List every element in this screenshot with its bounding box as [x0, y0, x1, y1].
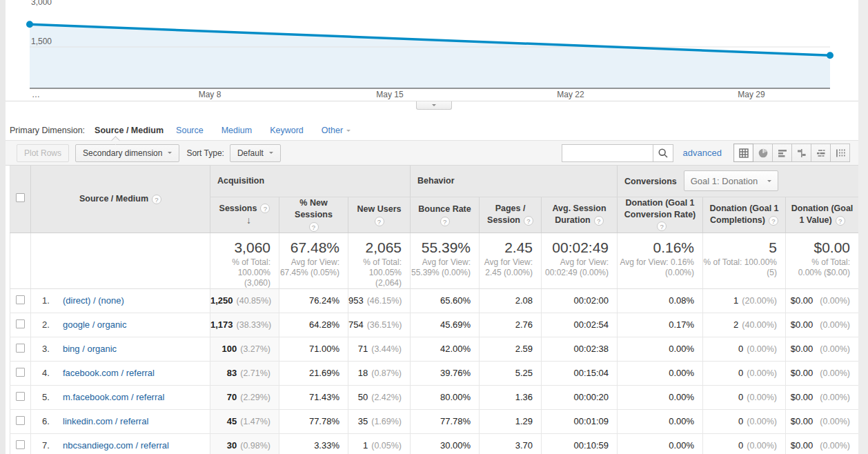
dimension-link-source[interactable]: Source: [176, 126, 204, 135]
conversion-rate-column-header[interactable]: Donation (Goal 1 Conversion Rate): [618, 197, 703, 233]
avg-session-duration-cell: 00:15:04: [542, 361, 618, 385]
comparison-view-button[interactable]: [791, 144, 811, 162]
source-medium-cell: 1.(direct) / (none): [31, 288, 210, 313]
completions-cell: 0(0.00%): [703, 409, 786, 433]
completions-cell: 0(0.00%): [703, 433, 786, 454]
row-rank: 3.: [42, 344, 63, 354]
pages-session-cell: 3.70: [480, 433, 542, 454]
sort-descending-icon: [246, 215, 251, 226]
chevron-down-icon: [168, 152, 172, 154]
row-checkbox[interactable]: [16, 416, 25, 425]
row-checkbox[interactable]: [16, 440, 25, 449]
view-toggle-group: [734, 144, 850, 162]
completions-column-header[interactable]: Donation (Goal 1 Completions): [703, 197, 786, 233]
help-icon[interactable]: [836, 216, 845, 226]
avg-session-duration-cell: 00:00:20: [542, 385, 618, 409]
row-checkbox-cell: [10, 313, 31, 337]
source-medium-table: Source / Medium Acquisition Behavior Con…: [10, 166, 859, 454]
chevron-down-icon: [432, 104, 436, 106]
totals-avg-session-duration: 00:02:49Avg for View: 00:02:49 (0.00%): [542, 233, 618, 288]
source-medium-cell: 7.nbcsandiego.com / referral: [31, 433, 210, 454]
row-checkbox[interactable]: [16, 392, 25, 401]
row-checkbox[interactable]: [16, 344, 25, 353]
help-icon[interactable]: [152, 195, 161, 204]
source-medium-cell: 2.google / organic: [31, 313, 210, 337]
source-medium-header[interactable]: Source / Medium: [31, 166, 210, 233]
help-icon[interactable]: [260, 204, 270, 213]
table-view-button[interactable]: [733, 144, 753, 162]
help-icon[interactable]: [594, 216, 604, 226]
bounce-rate-cell: 39.76%: [411, 361, 480, 385]
source-medium-link[interactable]: linkedin.com / referral: [63, 416, 148, 426]
source-medium-link[interactable]: google / organic: [63, 319, 127, 330]
select-all-checkbox[interactable]: [16, 193, 25, 202]
source-medium-cell: 5.m.facebook.com / referral: [31, 385, 210, 409]
pct-new-sessions-header-label: % New Sessions: [284, 197, 344, 221]
sessions-header-label: Sessions: [219, 204, 257, 213]
bounce-rate-cell: 65.60%: [411, 288, 480, 313]
pct-new-sessions-column-header[interactable]: % New Sessions: [279, 197, 348, 233]
table-row: 2.google / organic 1,173(38.33%) 64.28% …: [10, 313, 859, 337]
secondary-dimension-button[interactable]: Secondary dimension: [75, 144, 179, 162]
source-medium-link[interactable]: m.facebook.com / referral: [63, 392, 164, 402]
plot-rows-button[interactable]: Plot Rows: [17, 144, 69, 162]
dimension-link-medium[interactable]: Medium: [221, 126, 252, 135]
header-group-row: Source / Medium Acquisition Behavior Con…: [10, 166, 859, 197]
avg-session-duration-cell: 00:01:09: [542, 409, 618, 433]
sessions-cell: 45(1.47%): [210, 409, 279, 433]
pivot-view-button[interactable]: [830, 144, 850, 162]
search-input[interactable]: [562, 144, 653, 162]
row-rank: 2.: [42, 319, 63, 330]
pct-new-sessions-cell: 21.69%: [279, 361, 348, 385]
sessions-column-header[interactable]: Sessions: [210, 197, 279, 233]
dimension-link-other[interactable]: Other: [322, 126, 343, 135]
help-icon[interactable]: [524, 216, 533, 226]
pages-session-cell: 1.36: [480, 385, 542, 409]
help-icon[interactable]: [657, 221, 667, 231]
pages-session-column-header[interactable]: Pages / Session: [480, 197, 542, 233]
table-row: 6.linkedin.com / referral 45(1.47%) 77.7…: [10, 409, 859, 433]
sort-type-button[interactable]: Default: [230, 144, 281, 162]
comparison-view-icon: [796, 148, 807, 159]
sessions-line-chart-svg: [0, 0, 858, 101]
chevron-down-icon: [767, 180, 771, 182]
help-icon[interactable]: [440, 217, 450, 226]
row-checkbox[interactable]: [16, 368, 25, 377]
page-left-margin: [0, 0, 6, 454]
source-medium-link[interactable]: facebook.com / referral: [63, 368, 155, 378]
source-medium-link[interactable]: bing / organic: [63, 344, 117, 354]
row-checkbox[interactable]: [16, 319, 25, 328]
goal-value-column-header[interactable]: Donation (Goal 1 Value): [786, 197, 859, 233]
help-icon[interactable]: [375, 217, 384, 226]
source-medium-header-label: Source / Medium: [79, 194, 148, 204]
x-axis-tick: May 8: [199, 90, 221, 99]
dimension-link-keyword[interactable]: Keyword: [270, 126, 304, 135]
chart-collapse-toggle[interactable]: [416, 101, 452, 110]
new-users-cell: 1(0.05%): [348, 433, 411, 454]
new-users-column-header[interactable]: New Users: [348, 197, 411, 233]
avg-session-duration-column-header[interactable]: Avg. Session Duration: [542, 197, 618, 233]
pages-session-cell: 1.29: [480, 409, 542, 433]
goal-value-cell: $0.00(0.00%): [786, 337, 859, 361]
row-checkbox[interactable]: [16, 295, 25, 304]
table-row: 4.facebook.com / referral 83(2.71%) 21.6…: [10, 361, 859, 385]
source-medium-link[interactable]: (direct) / (none): [63, 295, 124, 306]
sessions-cell: 1,250(40.85%): [210, 288, 279, 313]
advanced-search-link[interactable]: advanced: [683, 148, 722, 158]
source-medium-link[interactable]: nbcsandiego.com / referral: [63, 440, 169, 451]
help-icon[interactable]: [309, 222, 319, 232]
help-icon[interactable]: [769, 216, 778, 226]
sessions-chart: 3,000 1,500 … May 8 May 15 May 22 May 29: [0, 0, 858, 101]
percentage-view-button[interactable]: [753, 144, 773, 162]
table-row: 5.m.facebook.com / referral 70(2.29%) 71…: [10, 385, 859, 409]
performance-view-button[interactable]: [772, 144, 792, 162]
bounce-rate-column-header[interactable]: Bounce Rate: [411, 197, 480, 233]
goal-selector-dropdown[interactable]: Goal 1: Donation: [684, 170, 779, 191]
search-button[interactable]: [653, 144, 673, 162]
x-axis-ticks: … May 8 May 15 May 22 May 29: [0, 90, 858, 100]
dimension-source-medium-selected[interactable]: Source / Medium: [95, 126, 164, 135]
acquisition-label: Acquisition: [217, 176, 264, 186]
new-users-header-label: New Users: [357, 204, 402, 215]
term-cloud-view-button[interactable]: [811, 144, 831, 162]
row-rank: 4.: [42, 368, 63, 378]
